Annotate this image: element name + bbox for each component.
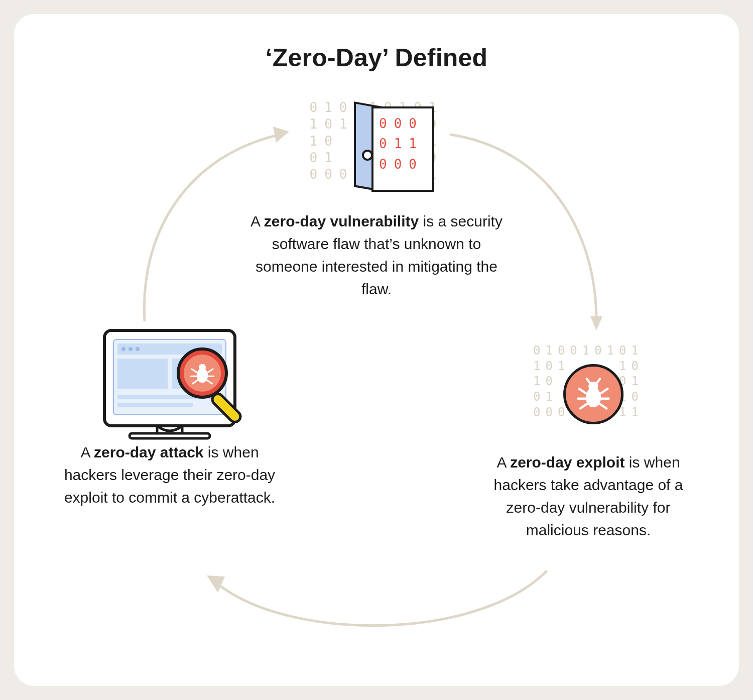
- bug-icon: [576, 377, 611, 412]
- node-vulnerability-label: A zero-day vulnerability is a security s…: [246, 210, 507, 300]
- node-attack-label: A zero-day attack is when hackers levera…: [59, 441, 280, 509]
- svg-marker-20: [207, 575, 225, 593]
- door-red-bits: 000 011 000: [379, 113, 424, 174]
- svg-point-7: [129, 347, 133, 351]
- node-attack: A zero-day attack is when hackers levera…: [59, 325, 280, 509]
- svg-rect-2: [130, 433, 210, 438]
- arrow-right-to-left: [195, 566, 556, 652]
- node-exploit-label: A zero-day exploit is when hackers take …: [478, 451, 699, 541]
- node-vulnerability: 010010101 101 10 10 01 01 10 000111011 0…: [246, 94, 507, 300]
- diagram-title: ‘Zero-Day’ Defined: [14, 43, 739, 72]
- svg-point-18: [199, 364, 206, 371]
- svg-point-6: [121, 347, 126, 351]
- bug-circle-icon: 010010101 101 10 10 01 01 10 000111011: [478, 335, 699, 451]
- svg-marker-19: [590, 316, 602, 330]
- svg-rect-9: [117, 359, 168, 389]
- diagram-card: ‘Zero-Day’ Defined 010010101 101 10 10 0…: [14, 14, 739, 686]
- door-binary-icon: 010010101 101 10 10 01 01 10 000111011 0…: [246, 94, 507, 210]
- svg-point-8: [136, 347, 140, 351]
- computer-bug-icon: [59, 325, 280, 441]
- svg-rect-12: [117, 403, 193, 407]
- node-exploit: 010010101 101 10 10 01 01 10 000111011: [478, 335, 699, 541]
